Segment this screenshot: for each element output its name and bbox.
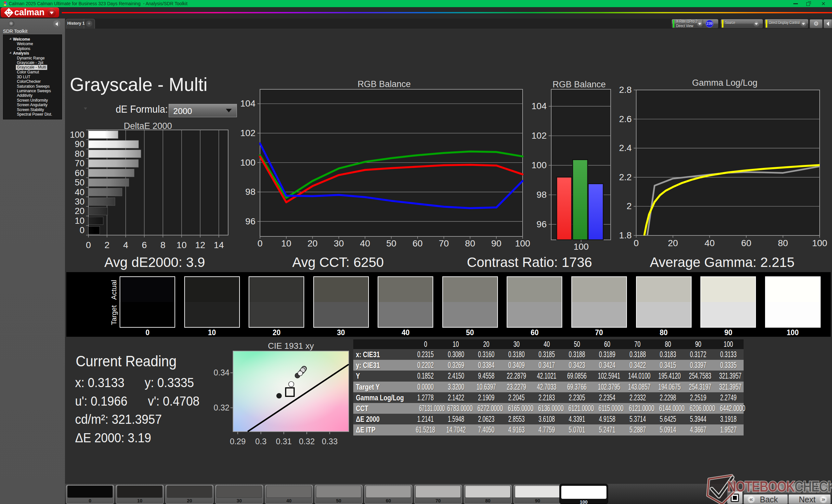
svg-text:0.32: 0.32 bbox=[213, 403, 230, 412]
svg-text:0.3: 0.3 bbox=[255, 437, 266, 446]
svg-text:14: 14 bbox=[214, 240, 224, 250]
svg-text:2: 2 bbox=[627, 201, 632, 211]
svg-text:50: 50 bbox=[386, 239, 396, 248]
svg-text:100: 100 bbox=[515, 239, 530, 248]
svg-text:20: 20 bbox=[75, 206, 84, 216]
svg-text:2.6: 2.6 bbox=[619, 114, 632, 124]
svg-text:100: 100 bbox=[531, 160, 547, 170]
svg-text:40: 40 bbox=[705, 238, 715, 248]
svg-text:DeltaE 2000: DeltaE 2000 bbox=[124, 121, 172, 131]
svg-text:0.34: 0.34 bbox=[213, 368, 230, 377]
svg-text:Gamma Log/Log: Gamma Log/Log bbox=[692, 78, 757, 88]
svg-text:12: 12 bbox=[195, 240, 205, 250]
svg-text:2.4: 2.4 bbox=[619, 143, 632, 153]
svg-text:60: 60 bbox=[741, 238, 751, 248]
svg-text:2.8: 2.8 bbox=[619, 85, 632, 95]
svg-text:0: 0 bbox=[80, 225, 84, 235]
svg-text:30: 30 bbox=[334, 239, 344, 248]
svg-text:2.2: 2.2 bbox=[619, 172, 632, 182]
svg-text:102: 102 bbox=[531, 131, 547, 141]
svg-text:20: 20 bbox=[308, 239, 317, 248]
svg-text:30: 30 bbox=[75, 197, 84, 206]
svg-text:70: 70 bbox=[75, 159, 84, 168]
svg-text:6: 6 bbox=[142, 240, 147, 250]
svg-text:98: 98 bbox=[537, 190, 547, 200]
svg-text:CIE 1931 xy: CIE 1931 xy bbox=[268, 341, 314, 351]
svg-text:104: 104 bbox=[531, 101, 547, 111]
svg-text:0.31: 0.31 bbox=[276, 437, 292, 446]
svg-text:60: 60 bbox=[412, 239, 422, 248]
svg-text:2: 2 bbox=[105, 240, 110, 250]
svg-text:100: 100 bbox=[812, 238, 828, 248]
svg-text:8: 8 bbox=[160, 240, 166, 250]
svg-text:10: 10 bbox=[75, 216, 84, 226]
svg-text:50: 50 bbox=[75, 178, 84, 187]
svg-text:40: 40 bbox=[360, 239, 370, 248]
svg-text:90: 90 bbox=[491, 239, 501, 248]
svg-text:90: 90 bbox=[75, 139, 84, 149]
svg-text:0: 0 bbox=[257, 239, 263, 248]
svg-text:1.8: 1.8 bbox=[619, 230, 632, 240]
svg-text:RGB Balance: RGB Balance bbox=[358, 79, 411, 89]
svg-text:10: 10 bbox=[281, 239, 291, 248]
svg-text:80: 80 bbox=[778, 238, 788, 248]
svg-text:104: 104 bbox=[240, 99, 256, 109]
svg-text:100: 100 bbox=[240, 158, 256, 168]
svg-text:60: 60 bbox=[75, 168, 84, 178]
svg-text:0.32: 0.32 bbox=[299, 437, 315, 446]
svg-text:NOTEBOOKCHECK: NOTEBOOKCHECK bbox=[727, 478, 832, 495]
svg-text:80: 80 bbox=[465, 239, 475, 248]
svg-text:0: 0 bbox=[634, 238, 639, 248]
svg-text:0.29: 0.29 bbox=[230, 437, 246, 446]
svg-text:100: 100 bbox=[574, 242, 589, 252]
svg-text:10: 10 bbox=[177, 240, 186, 250]
svg-text:70: 70 bbox=[439, 239, 449, 248]
svg-text:98: 98 bbox=[245, 187, 256, 197]
svg-text:96: 96 bbox=[245, 216, 256, 226]
svg-text:96: 96 bbox=[537, 219, 547, 229]
svg-text:80: 80 bbox=[75, 149, 84, 159]
svg-text:RGB Balance: RGB Balance bbox=[552, 80, 606, 89]
svg-text:0.33: 0.33 bbox=[322, 437, 338, 446]
svg-text:0: 0 bbox=[86, 240, 91, 250]
svg-text:4: 4 bbox=[123, 240, 128, 250]
svg-text:102: 102 bbox=[240, 128, 256, 138]
svg-text:40: 40 bbox=[75, 187, 84, 197]
svg-text:100: 100 bbox=[70, 130, 84, 140]
svg-text:20: 20 bbox=[668, 238, 678, 248]
